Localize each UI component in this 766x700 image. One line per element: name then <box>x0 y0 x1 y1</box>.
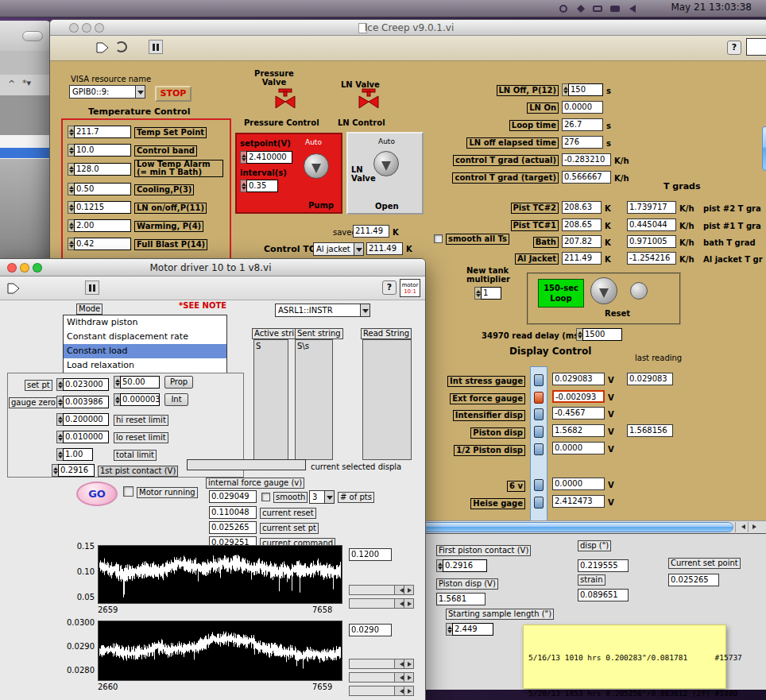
scroll-right-arrow-icon[interactable] <box>404 599 413 608</box>
chart2-scrollbar-1[interactable] <box>349 659 414 669</box>
warming-control[interactable]: 2.00 <box>68 219 131 232</box>
six-v-toggle[interactable] <box>534 479 544 491</box>
set-pt-control[interactable]: 0.023000 <box>56 378 109 391</box>
spinner-icon[interactable] <box>114 393 120 406</box>
spinner-icon[interactable] <box>474 287 481 300</box>
scroll-left-arrow-icon[interactable] <box>394 659 404 668</box>
scroll-right-arrow-icon[interactable] <box>748 522 759 532</box>
ln-off-control[interactable]: 150 <box>562 83 603 96</box>
chart1-scrollbar-2[interactable] <box>349 598 414 609</box>
combo-arrow-icon[interactable] <box>360 304 369 316</box>
int-button[interactable]: Int <box>164 393 188 406</box>
spinner-icon[interactable] <box>68 201 74 214</box>
cooling-control[interactable]: 0.50 <box>68 183 131 195</box>
intensifier-toggle[interactable] <box>534 408 544 420</box>
scroll-right-arrow-icon[interactable] <box>404 586 413 594</box>
spinner-icon[interactable] <box>56 431 63 443</box>
spinner-icon[interactable] <box>56 448 63 461</box>
toolbar-capsule[interactable] <box>22 31 43 41</box>
combo-arrow-icon[interactable] <box>135 86 145 98</box>
ln-off-value[interactable]: 150 <box>568 83 603 96</box>
scroll-left-arrow-icon[interactable] <box>394 673 404 682</box>
set-pt-value[interactable]: 0.023000 <box>63 378 109 391</box>
spinner-icon[interactable] <box>562 83 568 96</box>
visa-resource-combo[interactable]: GPIB0::9: <box>69 85 145 99</box>
ln-onoff-control[interactable]: 0.1215 <box>68 201 131 214</box>
heise-toggle[interactable] <box>534 497 544 509</box>
motor-titlebar[interactable]: Motor driver 10 to 1 v8.vi <box>0 259 425 277</box>
combo-arrow-icon[interactable] <box>354 243 363 255</box>
volume-icon[interactable] <box>625 5 636 13</box>
smooth-checkbox[interactable] <box>261 493 270 501</box>
low-temp-alarm-value[interactable]: 128.0 <box>74 163 131 176</box>
spinner-icon[interactable] <box>68 163 74 176</box>
gauge-zero-value[interactable]: 0.003986 <box>63 396 109 408</box>
chart2-scrollbar-3[interactable] <box>349 686 414 696</box>
vertical-scrollbar-fragment[interactable] <box>762 126 766 171</box>
first-piston-contact-value[interactable]: 0.2916 <box>443 559 487 572</box>
chart1-scrollbar-1[interactable] <box>349 585 414 595</box>
chart2-scrollbar-2[interactable] <box>349 672 414 683</box>
ln-valve-knob[interactable] <box>373 151 399 176</box>
smooth-all-checkbox[interactable] <box>434 234 443 243</box>
loop-button[interactable]: 150-sec Loop <box>538 279 584 307</box>
spinner-icon[interactable] <box>68 238 74 250</box>
gear-icon[interactable]: *▾ <box>22 79 31 87</box>
lo-reset-value[interactable]: 0.010000 <box>63 431 109 443</box>
combo-arrow-icon[interactable] <box>324 491 334 503</box>
read-delay-control[interactable]: 1500 <box>576 328 622 341</box>
selected-list-row[interactable] <box>0 148 51 158</box>
spaces-icon[interactable] <box>577 5 585 13</box>
scroll-right-arrow-icon[interactable] <box>404 673 413 682</box>
spinner-icon[interactable] <box>446 623 452 636</box>
control-band-value[interactable]: 10.0 <box>74 144 131 157</box>
loop-knob[interactable] <box>590 277 617 304</box>
spinner-icon[interactable] <box>68 183 74 195</box>
instrument-combo[interactable]: ASRL1::INSTR <box>275 304 370 317</box>
sample-length-control[interactable]: 2.449 <box>446 623 493 636</box>
pump-knob[interactable] <box>304 153 329 179</box>
help-button[interactable]: ? <box>382 280 397 295</box>
spinner-icon[interactable] <box>240 151 246 164</box>
pause-button[interactable] <box>149 40 163 54</box>
control-band-control[interactable]: 10.0 <box>68 144 131 157</box>
int-value[interactable]: 0.000003 <box>120 393 160 406</box>
first-contact-control[interactable]: 0.2916 <box>52 464 95 477</box>
menubar-clock[interactable]: May 21 13:03:38 <box>671 3 752 12</box>
pressure-valve-icon[interactable] <box>273 88 297 112</box>
full-blast-control[interactable]: 0.42 <box>68 238 131 250</box>
scroll-left-arrow-icon[interactable] <box>394 586 404 594</box>
int-control[interactable]: 0.000003 <box>114 393 160 406</box>
ln-onoff-value[interactable]: 0.1215 <box>74 201 131 214</box>
temp-setpoint-control[interactable]: 211.7 <box>68 126 131 138</box>
spinner-icon[interactable] <box>52 464 58 477</box>
pause-button[interactable] <box>85 280 99 295</box>
total-limit-value[interactable]: 1.00 <box>63 448 93 461</box>
loop-led[interactable] <box>630 282 648 300</box>
spinner-icon[interactable] <box>240 180 246 192</box>
spinner-icon[interactable] <box>68 144 74 157</box>
prop-button[interactable]: Prop <box>164 376 193 389</box>
spinner-icon[interactable] <box>68 219 74 232</box>
first-piston-contact-control[interactable]: 0.2916 <box>436 559 487 572</box>
read-delay-value[interactable]: 1500 <box>582 328 622 341</box>
setpoint-value[interactable]: 2.410000 <box>246 151 292 164</box>
gauge-zero-control[interactable]: 0.003986 <box>56 396 109 408</box>
hi-reset-control[interactable]: 0.200000 <box>56 413 109 426</box>
scroll-left-arrow-icon[interactable] <box>735 522 746 532</box>
temp-setpoint-value[interactable]: 211.7 <box>74 126 131 138</box>
spinner-icon[interactable] <box>576 328 582 341</box>
sync-icon[interactable] <box>559 5 567 13</box>
ice-titlebar[interactable]: Ice Creep v9.0.1.vi <box>50 20 766 36</box>
motor-running-checkbox[interactable] <box>123 486 133 497</box>
warming-value[interactable]: 2.00 <box>74 219 131 232</box>
scroll-left-arrow-icon[interactable] <box>394 599 404 608</box>
spinner-icon[interactable] <box>56 378 63 391</box>
low-temp-alarm-control[interactable]: 128.0 <box>68 163 131 176</box>
sample-length-value[interactable]: 2.449 <box>452 623 493 636</box>
scroll-right-arrow-icon[interactable] <box>404 659 413 668</box>
setpoint-control[interactable]: 2.410000 <box>240 151 292 164</box>
run-button[interactable] <box>7 282 20 297</box>
help-button[interactable]: ? <box>727 41 741 55</box>
spinner-icon[interactable] <box>114 376 120 389</box>
